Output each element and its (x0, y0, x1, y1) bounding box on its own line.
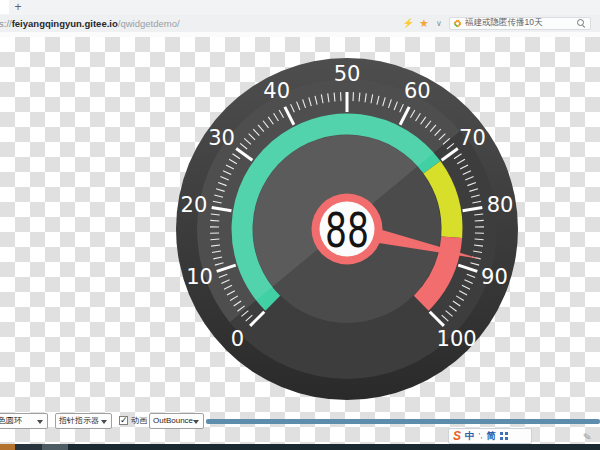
tray-icon[interactable]: ✎ (582, 430, 592, 442)
partial-tab[interactable] (0, 0, 9, 14)
dropdown-arrow-icon (193, 420, 199, 424)
taskbar-sliver (0, 444, 600, 450)
svg-text:30: 30 (208, 126, 235, 150)
animation-checkbox-label[interactable]: 动画 (131, 414, 147, 428)
ime-charset-toggle[interactable]: 简 (487, 429, 497, 443)
url-path: /qwidgetdemo/ (118, 18, 180, 29)
ring-style-value: 色圆环 (0, 416, 22, 425)
dropdown-arrow-icon (101, 420, 107, 424)
ime-toolbox-grid-icon[interactable] (500, 432, 508, 440)
value-slider[interactable] (206, 419, 600, 424)
url-scheme: s:// (0, 18, 12, 29)
pointer-style-value: 指针指示器 (59, 416, 99, 425)
svg-text:50: 50 (334, 62, 361, 86)
bookmark-star-icon[interactable]: ★ (417, 15, 431, 32)
gauge-widget: 010203040506070809010088 (175, 57, 519, 401)
taskbar-segment (42, 444, 68, 450)
svg-text:100: 100 (437, 327, 477, 351)
ring-style-combobox[interactable]: 色圆环 (0, 413, 48, 429)
search-icon[interactable] (577, 19, 586, 28)
url-domain: feiyangqingyun.gitee.io (12, 18, 118, 29)
svg-text:60: 60 (404, 79, 431, 103)
taskbar-segment (15, 444, 42, 450)
pointer-style-combobox[interactable]: 指针指示器 (55, 413, 112, 429)
dropdown-arrow-icon (37, 420, 43, 424)
svg-text:88: 88 (325, 202, 369, 258)
taskbar-segment (0, 444, 15, 450)
ime-toolbar[interactable]: S 中 ’, 简 (448, 428, 532, 444)
ime-language-toggle[interactable]: 中 (465, 429, 475, 443)
svg-text:0: 0 (231, 327, 244, 351)
url-text[interactable]: s://feiyangqingyun.gitee.io/qwidgetdemo/ (0, 15, 180, 32)
easing-value: OutBounce (153, 416, 193, 425)
browser-tab-bar: + (0, 0, 600, 15)
svg-text:80: 80 (487, 193, 514, 217)
easing-combobox[interactable]: OutBounce (149, 413, 204, 429)
hot-search-box[interactable]: 福建或隐匿传播10天 (449, 17, 591, 30)
ime-logo-icon[interactable]: S (453, 429, 461, 443)
address-bar[interactable]: s://feiyangqingyun.gitee.io/qwidgetdemo/… (0, 15, 600, 32)
gauge-svg: 010203040506070809010088 (175, 57, 519, 401)
flash-icon[interactable]: ⚡ (401, 15, 415, 32)
svg-text:10: 10 (186, 265, 213, 289)
svg-text:40: 40 (263, 79, 290, 103)
svg-text:70: 70 (459, 126, 486, 150)
taskbar-segment (68, 444, 600, 450)
svg-text:20: 20 (181, 193, 208, 217)
chevron-down-icon[interactable]: ∨ (433, 15, 445, 32)
animation-checkbox[interactable]: ✓ (119, 416, 128, 425)
svg-text:90: 90 (481, 265, 508, 289)
ime-punctuation-toggle[interactable]: ’, (479, 429, 483, 443)
hot-search-text[interactable]: 福建或隐匿传播10天 (465, 17, 573, 29)
new-tab-button[interactable]: + (11, 0, 25, 15)
search-engine-icon (453, 18, 463, 28)
